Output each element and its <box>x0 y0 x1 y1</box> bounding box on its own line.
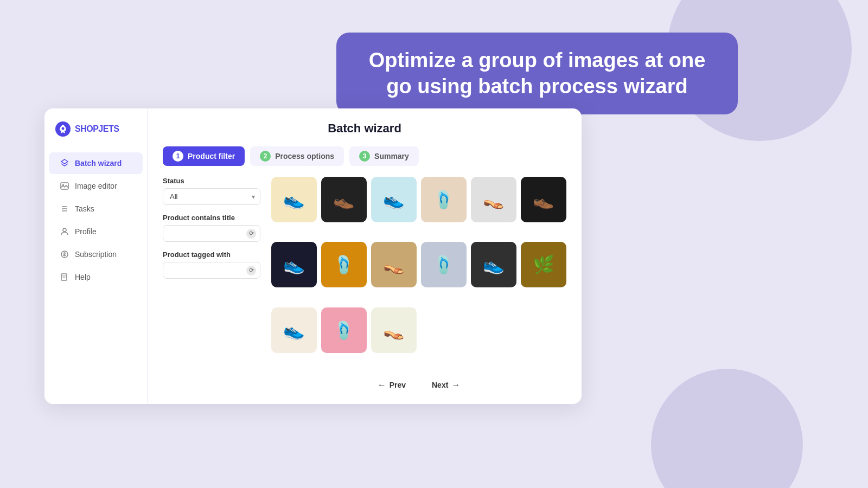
wizard-tabs: 1 Product filter 2 Process options 3 Sum… <box>163 146 566 166</box>
app-container: SHOPJETS Batch wizard Image editor <box>44 108 582 404</box>
product-image-10: 🩴 <box>421 242 467 287</box>
tag-clear-button[interactable]: ⟳ <box>246 266 256 275</box>
product-image-8: 🩴 <box>321 242 367 287</box>
page-title: Batch wizard <box>163 121 566 136</box>
prev-arrow-icon: ← <box>378 380 386 390</box>
status-label: Status <box>163 177 260 185</box>
product-thumb-10[interactable]: 🩴 <box>421 242 467 287</box>
product-image-9: 👡 <box>371 242 417 287</box>
title-filter-label: Product contains title <box>163 214 260 222</box>
product-image-4: 🩴 <box>421 177 467 222</box>
product-thumb-3[interactable]: 👟 <box>371 177 417 222</box>
sidebar-label-batch-wizard: Batch wizard <box>75 159 122 168</box>
product-image-3: 👟 <box>371 177 417 222</box>
list-icon <box>60 204 69 214</box>
product-image-14: 🩴 <box>321 307 367 353</box>
user-icon <box>60 227 69 236</box>
tab-summary[interactable]: 3 Summary <box>349 146 419 166</box>
layers-icon <box>60 158 69 168</box>
next-arrow-icon: → <box>451 380 460 390</box>
main-content: Batch wizard 1 Product filter 2 Process … <box>148 108 582 404</box>
logo-text: SHOPJETS <box>75 124 119 134</box>
next-button[interactable]: Next → <box>425 377 467 393</box>
product-thumb-14[interactable]: 🩴 <box>321 307 367 353</box>
product-thumb-5[interactable]: 👡 <box>471 177 516 222</box>
image-icon <box>60 181 69 191</box>
next-label: Next <box>432 381 448 389</box>
book-icon <box>60 272 69 282</box>
product-image-6: 👞 <box>521 177 566 222</box>
sidebar-item-tasks[interactable]: Tasks <box>49 198 143 220</box>
sidebar-item-profile[interactable]: Profile <box>49 221 143 242</box>
product-thumb-9[interactable]: 👡 <box>371 242 417 287</box>
product-image-11: 👟 <box>471 242 516 287</box>
product-thumb-1[interactable]: 👟 <box>271 177 317 222</box>
svg-rect-9 <box>61 274 67 280</box>
logo-shop: SHOP <box>75 124 98 133</box>
product-image-7: 👟 <box>271 242 317 287</box>
tab-label-product-filter: Product filter <box>188 152 235 160</box>
tab-badge-3: 3 <box>359 151 370 162</box>
logo-icon <box>55 121 71 137</box>
status-select[interactable]: All Active Draft Archived <box>163 188 260 205</box>
svg-point-7 <box>63 228 66 232</box>
svg-point-1 <box>62 127 65 130</box>
product-thumb-4[interactable]: 🩴 <box>421 177 467 222</box>
product-thumb-11[interactable]: 👟 <box>471 242 516 287</box>
tab-process-options[interactable]: 2 Process options <box>250 146 344 166</box>
product-grid-area: 👟 👞 👟 🩴 👡 👞 <box>271 177 566 393</box>
product-thumb-6[interactable]: 👞 <box>521 177 566 222</box>
title-clear-button[interactable]: ⟳ <box>246 229 256 239</box>
sidebar: SHOPJETS Batch wizard Image editor <box>44 108 148 404</box>
wizard-body: Status All Active Draft Archived ▾ Produ… <box>163 177 566 393</box>
bg-circle-bottom-right <box>651 369 803 488</box>
product-image-5: 👡 <box>471 177 516 222</box>
prev-label: Prev <box>390 381 406 389</box>
product-thumb-8[interactable]: 🩴 <box>321 242 367 287</box>
product-thumb-12[interactable]: 🌿 <box>521 242 566 287</box>
tag-filter-label: Product tagged with <box>163 251 260 259</box>
product-thumb-7[interactable]: 👟 <box>271 242 317 287</box>
tab-product-filter[interactable]: 1 Product filter <box>163 146 245 166</box>
tag-filter-wrapper: ⟳ <box>163 262 260 279</box>
sidebar-item-batch-wizard[interactable]: Batch wizard <box>49 152 143 174</box>
logo: SHOPJETS <box>44 121 147 152</box>
hero-banner: Optimize a group of images at one go usi… <box>336 33 738 114</box>
sidebar-label-image-editor: Image editor <box>75 182 117 190</box>
tab-badge-2: 2 <box>260 151 271 162</box>
sidebar-label-help: Help <box>75 273 91 281</box>
product-grid: 👟 👞 👟 🩴 👡 👞 <box>271 177 566 368</box>
status-select-wrapper: All Active Draft Archived ▾ <box>163 188 260 205</box>
hero-text: Optimize a group of images at one go usi… <box>362 48 712 99</box>
sidebar-item-help[interactable]: Help <box>49 266 143 288</box>
product-image-1: 👟 <box>271 177 317 222</box>
tag-filter-input[interactable] <box>163 262 260 279</box>
product-image-13: 👟 <box>271 307 317 353</box>
product-thumb-15[interactable]: 👡 <box>371 307 417 353</box>
tab-badge-1: 1 <box>173 151 183 162</box>
dollar-icon <box>60 249 69 259</box>
sidebar-label-profile: Profile <box>75 227 97 236</box>
tab-label-process-options: Process options <box>275 152 334 160</box>
product-thumb-13[interactable]: 👟 <box>271 307 317 353</box>
sidebar-item-subscription[interactable]: Subscription <box>49 243 143 265</box>
sidebar-item-image-editor[interactable]: Image editor <box>49 175 143 197</box>
logo-jets: JETS <box>98 124 119 133</box>
product-thumb-2[interactable]: 👞 <box>321 177 367 222</box>
product-image-12: 🌿 <box>521 242 566 287</box>
filters-panel: Status All Active Draft Archived ▾ Produ… <box>163 177 260 393</box>
product-image-15: 👡 <box>371 307 417 353</box>
tab-label-summary: Summary <box>374 152 409 160</box>
prev-button[interactable]: ← Prev <box>371 377 412 393</box>
sidebar-label-subscription: Subscription <box>75 250 117 259</box>
sidebar-label-tasks: Tasks <box>75 204 94 213</box>
product-image-2: 👞 <box>321 177 367 222</box>
pagination: ← Prev Next → <box>271 368 566 393</box>
title-filter-input[interactable] <box>163 225 260 242</box>
title-filter-wrapper: ⟳ <box>163 225 260 242</box>
